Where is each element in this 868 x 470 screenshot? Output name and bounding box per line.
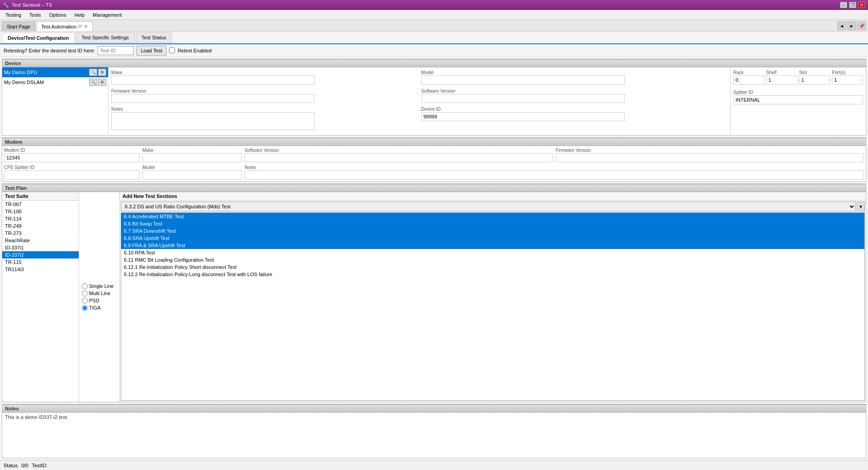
device-item-dpu[interactable]: My Demo DPU 🔍 ⚙ — [2, 67, 108, 77]
suite-item-reachrate[interactable]: ReachRate — [2, 237, 79, 244]
radio-tiga[interactable]: TIGA — [82, 305, 117, 311]
tab-close-button[interactable]: ✕ — [84, 24, 88, 29]
load-test-button[interactable]: Load Test — [137, 46, 166, 56]
modem-fw-input[interactable] — [556, 153, 864, 162]
test-section-item-64[interactable]: 6.4 Accelerated MTBE Test — [121, 213, 864, 220]
modem-model-input[interactable] — [142, 170, 242, 179]
shelf-field: Shelf — [766, 70, 797, 85]
software-input[interactable] — [421, 94, 625, 103]
ports-label: Port(s) — [832, 70, 863, 75]
suite-item-tr273[interactable]: TR-273 — [2, 230, 79, 237]
menu-help[interactable]: Help — [71, 11, 88, 19]
tab-arrow-left[interactable]: ◄ — [837, 21, 846, 30]
test-section-item-68[interactable]: 6.8 SRA Upshift Test — [121, 235, 864, 242]
modem-make-input[interactable] — [142, 153, 242, 162]
shelf-input[interactable] — [766, 75, 797, 85]
suite-item-id337i2[interactable]: ID-337i2 — [2, 251, 79, 258]
modem-model-label: Model — [142, 165, 242, 170]
device-settings-button-dslam[interactable]: ⚙ — [98, 79, 106, 86]
suite-item-tr249[interactable]: TR-249 — [2, 222, 79, 230]
modem-notes-label: Notes — [245, 165, 864, 170]
modem-sw-input[interactable] — [245, 153, 553, 162]
notes-device-input[interactable] — [111, 112, 315, 130]
test-section-item-67[interactable]: 6.7 SRA Downshift Test — [121, 227, 864, 235]
restore-button[interactable]: ❐ — [849, 2, 856, 8]
device-search-button-dpu[interactable]: 🔍 — [89, 69, 97, 76]
notes-section-header: Notes — [2, 404, 866, 413]
device-id-field-group: Device ID — [421, 107, 728, 132]
device-settings-button-dpu[interactable]: ⚙ — [98, 69, 106, 76]
radio-tiga-input[interactable] — [82, 305, 88, 311]
test-section-item-69[interactable]: 6.9 FRA & SRA Upshift Test — [121, 242, 864, 249]
device-search-button-dslam[interactable]: 🔍 — [89, 79, 97, 86]
model-input[interactable] — [421, 75, 625, 85]
menu-management[interactable]: Management — [89, 11, 125, 19]
suite-item-tr115[interactable]: TR-115 — [2, 258, 79, 266]
test-section-item-610[interactable]: 6.10 RPA Test — [121, 249, 864, 256]
rack-label: Rack — [733, 70, 764, 75]
suite-item-tr114i3[interactable]: TR114i3 — [2, 266, 79, 273]
menu-testing[interactable]: Testing — [2, 11, 25, 19]
minimize-button[interactable]: ─ — [840, 2, 847, 8]
radio-single-line-input[interactable] — [82, 283, 88, 289]
shelf-label: Shelf — [766, 70, 797, 75]
tab-start-page[interactable]: Start Page — [2, 21, 35, 31]
make-input[interactable] — [111, 75, 315, 85]
test-suite-list: TR-067 TR-100 TR-114 TR-249 TR-273 Reach… — [2, 201, 79, 402]
modem-id-input[interactable] — [4, 153, 140, 162]
device-id-input[interactable] — [421, 112, 625, 121]
tab-start-page-label: Start Page — [7, 24, 30, 29]
sub-tab-test-specific[interactable]: Test Specific Settings — [75, 32, 135, 43]
modem-fw-field-group: Firmware Version — [556, 148, 864, 162]
modem-section-header: Modem — [2, 138, 866, 146]
retest-label: Retesting? Enter the desired test ID her… — [4, 48, 95, 53]
title-bar: 🔧 Test Sentinel – TS ─ ❐ ✕ — [0, 0, 868, 10]
radio-psd[interactable]: PSD — [82, 298, 117, 304]
radio-multi-line-input[interactable] — [82, 291, 88, 296]
sub-tab-test-specific-label: Test Specific Settings — [81, 35, 129, 40]
test-section-item-611[interactable]: 6.11 RMC Bit Loading Configuration Test — [121, 256, 864, 263]
radio-multi-line[interactable]: Multi Line — [82, 291, 117, 296]
tab-test-automation[interactable]: Test Automation 🗗 ✕ — [36, 21, 93, 31]
suite-item-tr100[interactable]: TR-100 — [2, 208, 79, 215]
slot-input[interactable] — [799, 75, 830, 85]
suite-item-id337i1[interactable]: ID-337i1 — [2, 244, 79, 251]
sub-tab-device-config[interactable]: Device/Test Configuration — [2, 33, 75, 43]
test-section-item-6122[interactable]: 6.12.2 Re-Initialization Policy Long dis… — [121, 271, 864, 278]
close-button[interactable]: ✕ — [858, 2, 865, 8]
radio-psd-input[interactable] — [82, 298, 88, 304]
retest-enabled-label: Retest Enabled — [178, 48, 212, 53]
rack-input[interactable] — [733, 75, 764, 85]
main-content: Device My Demo DPU 🔍 ⚙ My Demo DSLAM 🔍 ⚙ — [0, 57, 868, 460]
test-section-item-6121[interactable]: 6.12.1 Re-Initialization Policy Short di… — [121, 263, 864, 271]
ports-input[interactable] — [832, 75, 863, 85]
test-section-item-66[interactable]: 6.6 Bit Swap Test — [121, 220, 864, 227]
test-sections-content: 6.3.2 DS and US Ratio Configuration (Mds… — [120, 201, 866, 402]
title-bar-controls[interactable]: ─ ❐ ✕ — [840, 2, 865, 8]
retest-enabled-checkbox[interactable] — [169, 47, 175, 53]
splitter-id-label: Splitter ID — [733, 90, 863, 95]
menu-tools[interactable]: Tools — [26, 11, 45, 19]
test-id-input[interactable] — [98, 46, 134, 55]
tab-arrow-right[interactable]: ► — [847, 21, 856, 30]
suite-item-tr067[interactable]: TR-067 — [2, 201, 79, 208]
modem-section: Modem Modem ID Make Software Version Fir… — [2, 137, 866, 182]
radio-single-line[interactable]: Single Line — [82, 283, 117, 289]
device-item-dslam[interactable]: My Demo DSLAM 🔍 ⚙ — [2, 77, 108, 87]
firmware-field-group: Firmware Version — [111, 89, 418, 105]
model-field-group: Model — [421, 70, 728, 87]
sub-tab-device-config-label: Device/Test Configuration — [8, 35, 69, 41]
sub-tab-test-status[interactable]: Test Status — [136, 32, 172, 43]
splitter-id-input[interactable] — [733, 95, 863, 104]
modem-notes-input[interactable] — [245, 170, 864, 179]
cpe-splitter-input[interactable] — [4, 170, 140, 179]
tab-pin-button[interactable]: 📌 — [857, 21, 866, 30]
firmware-input[interactable] — [111, 94, 315, 103]
test-sections-listbox: 6.4 Accelerated MTBE Test 6.6 Bit Swap T… — [121, 212, 865, 401]
test-section-dropdown[interactable]: 6.3.2 DS and US Ratio Configuration (Mds… — [121, 202, 856, 212]
device-inner: My Demo DPU 🔍 ⚙ My Demo DSLAM 🔍 ⚙ M — [2, 67, 866, 135]
suite-item-tr114[interactable]: TR-114 — [2, 215, 79, 222]
device-item-dpu-name: My Demo DPU — [4, 70, 89, 75]
dropdown-arrow-button[interactable]: ▼ — [857, 202, 865, 212]
menu-options[interactable]: Options — [46, 11, 70, 19]
